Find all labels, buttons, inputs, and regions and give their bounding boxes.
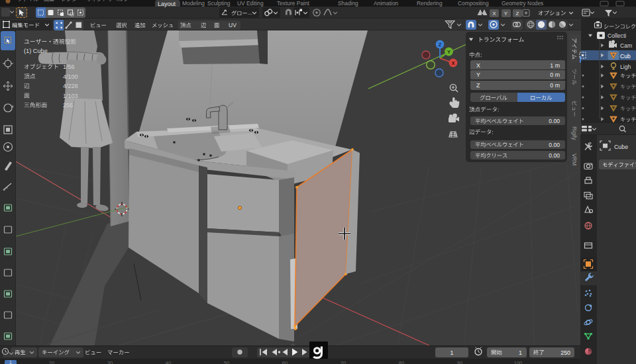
svg-text:Z: Z	[439, 42, 442, 48]
svg-text:X: X	[451, 60, 454, 66]
svg-text:Y: Y	[447, 49, 450, 55]
